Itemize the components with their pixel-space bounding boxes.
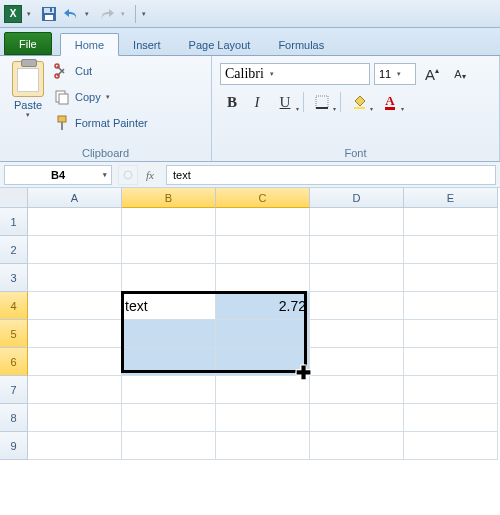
tab-formulas[interactable]: Formulas	[264, 34, 338, 55]
cell-B2[interactable]	[122, 236, 216, 264]
cell-C9[interactable]	[216, 432, 310, 460]
underline-button[interactable]: U▾	[270, 91, 300, 113]
cell-B9[interactable]	[122, 432, 216, 460]
row-header-4[interactable]: 4	[0, 292, 28, 320]
select-all-corner[interactable]	[0, 188, 28, 208]
cell-E8[interactable]	[404, 404, 498, 432]
cell-B5[interactable]	[122, 320, 216, 348]
app-menu-dropdown[interactable]: ▾	[24, 10, 34, 18]
row-header-8[interactable]: 8	[0, 404, 28, 432]
bold-button[interactable]: B	[220, 91, 244, 113]
cell-D8[interactable]	[310, 404, 404, 432]
font-color-button[interactable]: A ▾	[375, 91, 405, 113]
undo-dropdown[interactable]: ▾	[82, 10, 92, 18]
column-header-D[interactable]: D	[310, 188, 404, 208]
cell-A8[interactable]	[28, 404, 122, 432]
undo-icon[interactable]	[61, 4, 81, 24]
cell-B6[interactable]	[122, 348, 216, 376]
excel-app-icon[interactable]: X	[4, 5, 22, 23]
tab-insert[interactable]: Insert	[119, 34, 175, 55]
row-header-5[interactable]: 5	[0, 320, 28, 348]
cell-A4[interactable]	[28, 292, 122, 320]
cell-E5[interactable]	[404, 320, 498, 348]
cell-C4[interactable]: 2.72	[216, 292, 310, 320]
column-header-B[interactable]: B	[122, 188, 216, 208]
cell-E3[interactable]	[404, 264, 498, 292]
paste-button[interactable]: Paste ▾	[6, 59, 50, 145]
font-name-selector[interactable]: Calibri ▾	[220, 63, 370, 85]
column-header-E[interactable]: E	[404, 188, 498, 208]
spreadsheet-grid[interactable]: ABCDE 123456789 text2.72✚	[0, 188, 500, 488]
font-size-selector[interactable]: 11 ▾	[374, 63, 416, 85]
cell-D3[interactable]	[310, 264, 404, 292]
cell-B1[interactable]	[122, 208, 216, 236]
cell-D7[interactable]	[310, 376, 404, 404]
row-header-9[interactable]: 9	[0, 432, 28, 460]
cell-A3[interactable]	[28, 264, 122, 292]
copy-icon	[54, 89, 70, 105]
cell-A7[interactable]	[28, 376, 122, 404]
column-header-C[interactable]: C	[216, 188, 310, 208]
format-painter-label: Format Painter	[75, 117, 148, 129]
column-header-A[interactable]: A	[28, 188, 122, 208]
cell-B3[interactable]	[122, 264, 216, 292]
cell-E4[interactable]	[404, 292, 498, 320]
bucket-icon	[352, 95, 366, 109]
fill-color-button[interactable]: ▾	[344, 91, 374, 113]
decrease-font-size-button[interactable]: A▾	[448, 63, 472, 85]
svg-rect-3	[50, 8, 52, 12]
tab-home[interactable]: Home	[60, 33, 119, 56]
svg-rect-12	[354, 107, 365, 109]
tab-page-layout[interactable]: Page Layout	[175, 34, 265, 55]
separator	[303, 92, 304, 112]
brush-icon	[54, 115, 70, 131]
cut-button[interactable]: Cut	[54, 61, 148, 81]
cell-E1[interactable]	[404, 208, 498, 236]
tab-file[interactable]: File	[4, 32, 52, 55]
cell-D2[interactable]	[310, 236, 404, 264]
redo-dropdown[interactable]: ▾	[118, 10, 128, 18]
copy-button[interactable]: Copy ▾	[54, 87, 148, 107]
cell-E2[interactable]	[404, 236, 498, 264]
format-painter-button[interactable]: Format Painter	[54, 113, 148, 133]
cell-A1[interactable]	[28, 208, 122, 236]
redo-icon[interactable]	[97, 4, 117, 24]
borders-button[interactable]: ▾	[307, 91, 337, 113]
cell-A2[interactable]	[28, 236, 122, 264]
name-box[interactable]: B4 ▾	[4, 165, 112, 185]
cell-D9[interactable]	[310, 432, 404, 460]
cell-B4[interactable]: text	[122, 292, 216, 320]
cell-B7[interactable]	[122, 376, 216, 404]
cell-A5[interactable]	[28, 320, 122, 348]
row-header-7[interactable]: 7	[0, 376, 28, 404]
row-header-1[interactable]: 1	[0, 208, 28, 236]
cell-A9[interactable]	[28, 432, 122, 460]
cell-C1[interactable]	[216, 208, 310, 236]
cell-E9[interactable]	[404, 432, 498, 460]
cell-D6[interactable]	[310, 348, 404, 376]
copy-dropdown-icon[interactable]: ▾	[106, 93, 110, 101]
cell-E6[interactable]	[404, 348, 498, 376]
cell-A6[interactable]	[28, 348, 122, 376]
cell-C8[interactable]	[216, 404, 310, 432]
row-header-3[interactable]: 3	[0, 264, 28, 292]
cell-B8[interactable]	[122, 404, 216, 432]
quick-access-toolbar: X ▾ ▾ ▾ ▾	[0, 0, 500, 28]
save-icon[interactable]	[39, 4, 59, 24]
chevron-down-icon[interactable]: ▾	[103, 171, 107, 179]
cell-C5[interactable]	[216, 320, 310, 348]
cell-C3[interactable]	[216, 264, 310, 292]
cell-D4[interactable]	[310, 292, 404, 320]
italic-button[interactable]: I	[245, 91, 269, 113]
cell-C2[interactable]	[216, 236, 310, 264]
increase-font-size-button[interactable]: A▴	[420, 63, 444, 85]
customize-qat-dropdown[interactable]: ▾	[139, 10, 149, 18]
cell-E7[interactable]	[404, 376, 498, 404]
formula-input[interactable]: text	[166, 165, 496, 185]
fx-icon[interactable]: fx	[138, 169, 162, 181]
cell-D1[interactable]	[310, 208, 404, 236]
row-header-6[interactable]: 6	[0, 348, 28, 376]
row-header-2[interactable]: 2	[0, 236, 28, 264]
cell-D5[interactable]	[310, 320, 404, 348]
paste-dropdown-icon[interactable]: ▾	[26, 111, 30, 119]
